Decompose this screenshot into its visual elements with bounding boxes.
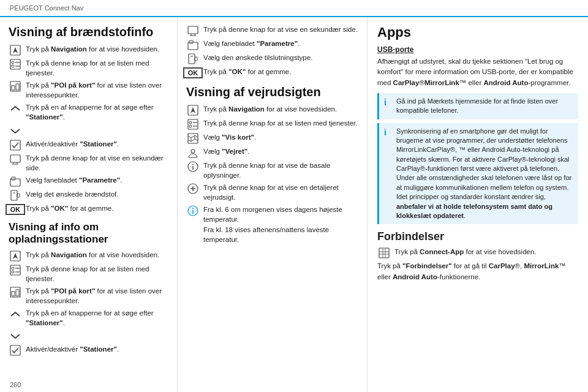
svg-marker-1: [13, 47, 18, 53]
svg-rect-11: [10, 155, 20, 162]
chevron-down-icon2: [9, 331, 22, 342]
map-icon: [186, 133, 200, 144]
svg-point-45: [189, 125, 192, 127]
section-vejrudsigt: Visning af vejrudsigten Tryk på Navigati…: [186, 85, 358, 244]
param-tab-icon2: [186, 39, 200, 50]
svg-rect-31: [188, 26, 198, 34]
svg-rect-30: [10, 345, 20, 355]
grid-icon: [377, 247, 391, 258]
info-box-1-text: Gå ind på Mærkets hjemmeside for at find…: [396, 97, 573, 116]
list-item: Vælg "Vejret".: [186, 146, 358, 158]
page-number: 260: [10, 381, 21, 388]
svg-point-25: [12, 271, 14, 273]
list-item: Tryk på en af knapperne for at søge efte…: [9, 308, 168, 328]
section-brandstofinfo: Visning af brændstofinfo Tryk på Navigat…: [9, 24, 168, 215]
info-box-2-text: Synkronisering af en smartphone gør det …: [396, 127, 573, 221]
svg-point-50: [191, 149, 195, 153]
list-item: Vælg det ønskede brændstof.: [9, 189, 168, 201]
screen-icon2: [186, 25, 200, 36]
apps-title: Apps: [377, 24, 578, 40]
list-item: Tryk på denne knap for at vise en sekund…: [9, 153, 168, 173]
morning-note: Fra kl. 6 om morgenen vises dagens højes…: [203, 205, 358, 244]
info-box-2: i Synkronisering af en smartphone gør de…: [377, 123, 578, 225]
gear-list-text3: Tryk på denne knap for at se listen med …: [203, 118, 358, 128]
vejrudsigt-heading: Visning af vejrudsigten: [186, 85, 358, 99]
checkbox-text2: Aktivér/deaktivér "Stationer".: [26, 344, 168, 354]
gear-list-icon3: [186, 119, 200, 130]
svg-rect-47: [188, 134, 198, 143]
connection-type-text: Vælg den ønskede tilslutningstype.: [203, 53, 358, 62]
list-item: Tryk på denne knap for at se listen med …: [186, 118, 358, 130]
screen-text2: Tryk på denne knap for at vise en sekund…: [203, 24, 358, 34]
list-item: Tryk på "POI på kort" for at vise listen…: [9, 80, 168, 100]
gear-list-text2: Tryk på denne knap for at se listen med …: [26, 264, 168, 284]
nav-text: Tryk på Navigation for at vise hovedside…: [26, 44, 168, 54]
info-icon-2: i: [384, 127, 393, 221]
gear-list-text: Tryk på denne knap for at se listen med …: [26, 58, 168, 78]
info-box-1: i Gå ind på Mærkets hjemmeside for at fi…: [377, 93, 578, 119]
list-item: [9, 330, 168, 342]
svg-point-59: [192, 208, 194, 209]
svg-rect-19: [17, 194, 20, 197]
list-item: Vælg fanebladet "Parametre".: [186, 39, 358, 50]
info-btn-text: Tryk på denne knap for at vise de basale…: [203, 160, 358, 180]
header-title: PEUGEOT Connect Nav: [10, 4, 83, 12]
opladning-heading: Visning af info om opladningsstationer: [9, 221, 168, 246]
nav-text2: Tryk på Navigation for at vise hovedside…: [26, 250, 168, 260]
poi-text: Tryk på "POI på kort" for at vise listen…: [26, 80, 168, 100]
svg-rect-22: [10, 265, 20, 275]
svg-point-5: [12, 65, 14, 67]
gear-list-icon: [9, 59, 22, 70]
svg-rect-28: [12, 292, 15, 296]
middle-column: Tryk på denne knap for at vise en sekund…: [178, 17, 368, 392]
forbindelser-title: Forbindelser: [377, 230, 578, 243]
info-btn-icon: [186, 161, 200, 172]
checkbox-text: Aktivér/deaktivér "Stationer".: [26, 139, 168, 149]
svg-rect-29: [16, 290, 19, 296]
brandstofinfo-heading: Visning af brændstofinfo: [9, 24, 168, 39]
list-item: Tryk på Navigation for at vise hovedside…: [9, 250, 168, 262]
list-item: Fra kl. 6 om morgenen vises dagens højes…: [186, 205, 358, 244]
list-item: Tryk på denne knap for at se listen med …: [9, 58, 168, 78]
chevron-up-icon2: [9, 309, 22, 320]
param-tab-text: Vælg fanebladet "Parametre".: [26, 175, 168, 185]
svg-rect-42: [188, 119, 198, 129]
poi-text2: Tryk på "POI på kort" for at vise listen…: [26, 286, 168, 306]
info-note-icon: [186, 205, 200, 216]
checkbox-icon2: [9, 345, 22, 356]
svg-rect-60: [379, 248, 389, 258]
chevron-text: Tryk på en af knapperne for at søge efte…: [26, 102, 168, 122]
svg-rect-8: [12, 86, 15, 90]
chevron-down-icon: [9, 126, 22, 137]
param-tab-text2: Vælg fanebladet "Parametre".: [203, 39, 358, 48]
svg-marker-41: [190, 107, 195, 113]
list-item: Tryk på "POI på kort" for at vise listen…: [9, 286, 168, 306]
list-item: Tryk på Navigation for at vise hovedside…: [186, 104, 358, 116]
svg-rect-2: [10, 59, 20, 69]
poi-icon2: [9, 287, 22, 298]
screen-text: Tryk på denne knap for at vise en sekund…: [26, 153, 168, 173]
weather-text: Vælg "Vejret".: [203, 146, 358, 156]
ok-icon: OK: [9, 204, 22, 215]
list-item: Aktivér/deaktivér "Stationer".: [9, 139, 168, 151]
usb-title: USB-porte: [377, 45, 578, 54]
map-text: Vælg "Vis kort".: [203, 132, 358, 142]
list-item: Tryk på Navigation for at vise hovedside…: [9, 44, 168, 56]
chevron-up-icon: [9, 103, 22, 114]
detail-btn-text: Tryk på denne knap for at vise en detalj…: [203, 183, 358, 202]
navigation-icon3: [186, 105, 200, 116]
svg-point-53: [192, 164, 194, 165]
list-item: Aktivér/deaktivér "Stationer".: [9, 344, 168, 356]
right-column: Apps USB-porte Afhængigt af udstyret, sk…: [368, 17, 588, 392]
ok-text: Tryk på "OK" for at gemme.: [26, 203, 168, 213]
list-item: Tryk på en af knapperne for at søge efte…: [9, 102, 168, 122]
list-item: Tryk på Connect-App for at vise hovedsid…: [377, 247, 578, 258]
list-item: Tryk på denne knap for at vise en detalj…: [186, 183, 358, 202]
detail-btn-icon: [186, 183, 200, 194]
list-item: Vælg den ønskede tilslutningstype.: [186, 53, 358, 64]
poi-icon: [9, 81, 22, 92]
checkbox-icon: [9, 140, 22, 151]
svg-point-43: [189, 121, 192, 124]
list-item: OK Tryk på "OK" for at gemme.: [9, 203, 168, 215]
list-item: Tryk på denne knap for at se listen med …: [9, 264, 168, 284]
